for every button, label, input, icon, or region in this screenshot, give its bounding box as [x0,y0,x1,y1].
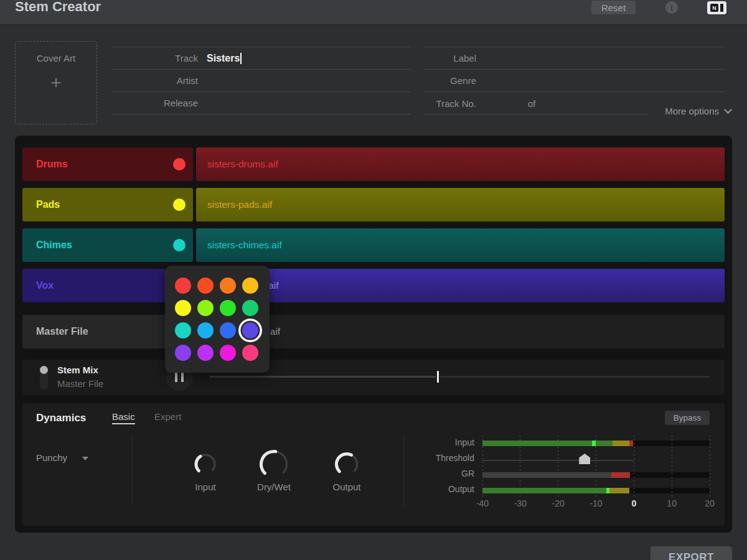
color-swatch[interactable] [175,322,191,338]
pause-icon [175,373,177,382]
pause-icon [181,373,184,382]
scale-tick-label: -40 [470,498,495,508]
release-field[interactable]: Release [112,92,411,114]
stem-rows: Drumssisters-drums.aifPadssisters-pads.a… [22,147,725,360]
color-swatch[interactable] [175,300,191,316]
metadata-form-left: Track Sisters Artist Release [112,47,411,114]
tab-expert[interactable]: Expert [154,411,181,422]
track-input[interactable]: Sisters [207,53,240,64]
threshold-handle[interactable] [579,454,590,464]
label-field[interactable]: Label [423,47,725,70]
threshold-track [482,460,634,461]
divider [132,436,133,505]
color-swatch[interactable] [220,322,236,338]
stem-mix-option[interactable]: Stem Mix [57,365,98,375]
preset-dropdown[interactable]: Punchy [36,452,67,463]
color-swatch[interactable] [220,278,236,294]
meter-gridline [634,436,634,497]
scale-tick-label: 20 [697,498,722,508]
color-swatch[interactable] [175,278,191,294]
playback-source-toggle[interactable] [40,366,48,390]
color-swatch[interactable] [197,300,214,316]
more-options-button[interactable]: More options [665,106,731,116]
cover-art-dropzone[interactable]: Cover Art + [15,41,97,124]
stem-file-name: sisters-chimes.aif [207,240,282,251]
track-field[interactable]: Track Sisters [112,47,411,70]
release-label: Release [112,98,198,108]
knob-output[interactable]: Output [319,449,375,492]
meter-segment [482,472,611,478]
color-picker-popup [165,266,270,373]
playhead[interactable] [437,371,439,383]
app-title: Stem Creator [15,0,101,15]
bypass-button[interactable]: Bypass [665,411,710,425]
stem-name-box[interactable]: Chimes [22,228,193,262]
color-swatch[interactable] [220,345,236,361]
stem-name-label: Pads [36,199,60,210]
stems-panel: Drumssisters-drums.aifPadssisters-pads.a… [15,136,732,533]
stem-name-label: Chimes [36,240,72,251]
stem-name-box[interactable]: Pads [22,188,193,222]
plus-icon: + [16,72,96,93]
stem-row: Drumssisters-drums.aif [22,147,725,181]
scale-tick-label: -30 [508,498,533,508]
color-swatch[interactable] [242,278,258,294]
stem-row: Voxsisters-vocals.aif [22,269,725,302]
knob-input[interactable]: Input [177,449,233,492]
chevron-down-icon [724,106,732,114]
metadata-form-right: Label Genre Track No. of [423,47,725,114]
color-swatch[interactable] [242,300,258,316]
color-swatch[interactable] [220,300,236,316]
master-file-box[interactable]: sisters-master.aif [196,315,725,348]
artist-label: Artist [112,75,198,86]
meter-inner: -40-30-20-1001020 [482,436,710,510]
color-swatch[interactable] [175,345,191,361]
stem-creator-window: Stem Creator Reset i N Cover Art + Track… [0,0,747,560]
meter-gridline [710,436,710,497]
info-icon[interactable]: i [665,1,678,14]
color-swatch[interactable] [197,278,214,294]
color-swatch[interactable] [242,322,258,338]
knob-label: Output [319,482,375,492]
header-bar: Stem Creator Reset i N [0,0,747,25]
export-button[interactable]: EXPORT [651,546,732,560]
meter-label-input: Input [375,437,474,447]
stem-file-box[interactable]: sisters-vocals.aif [196,269,725,302]
ni-logo[interactable]: N [707,1,726,14]
meter-segment [629,441,633,446]
seek-elapsed [210,376,436,378]
tab-basic[interactable]: Basic [112,411,135,424]
master-name-label: Master File [36,326,88,337]
stem-file-name: sisters-pads.aif [207,199,272,210]
color-swatch[interactable] [197,322,214,338]
stem-color-swatch[interactable] [173,198,186,211]
knob-label: Dry/Wet [246,482,302,492]
meter-label-gr: GR [375,469,474,478]
stem-name-box[interactable]: Drums [22,147,193,181]
color-swatch[interactable] [197,345,214,361]
reset-button[interactable]: Reset [591,1,636,14]
stem-name-label: Drums [36,159,68,170]
of-label: of [528,98,536,109]
color-swatch[interactable] [242,345,258,361]
seek-bar[interactable] [210,376,710,378]
scale-tick-label: -20 [546,498,571,508]
stem-color-swatch[interactable] [173,239,186,251]
stem-color-swatch[interactable] [173,158,186,170]
stem-file-name: sisters-drums.aif [207,159,278,170]
artist-field[interactable]: Artist [112,70,411,92]
meter-segment [609,488,629,493]
field-underline [423,114,647,114]
stem-file-box[interactable]: sisters-pads.aif [196,188,725,222]
scale-tick-label: 10 [659,498,684,508]
stem-file-box[interactable]: sisters-chimes.aif [196,228,725,262]
caret-down-icon [82,457,88,460]
knob-drywet[interactable]: Dry/Wet [246,449,302,492]
stem-file-box[interactable]: sisters-drums.aif [196,147,725,181]
transport-row: Stem Mix Master File [22,360,725,395]
stem-name-label: Vox [36,280,54,291]
genre-field[interactable]: Genre [423,70,725,92]
meter-gridline [672,436,672,497]
dynamics-section: Dynamics Basic Expert Bypass Punchy Inpu… [22,403,725,526]
master-file-option[interactable]: Master File [57,378,103,389]
